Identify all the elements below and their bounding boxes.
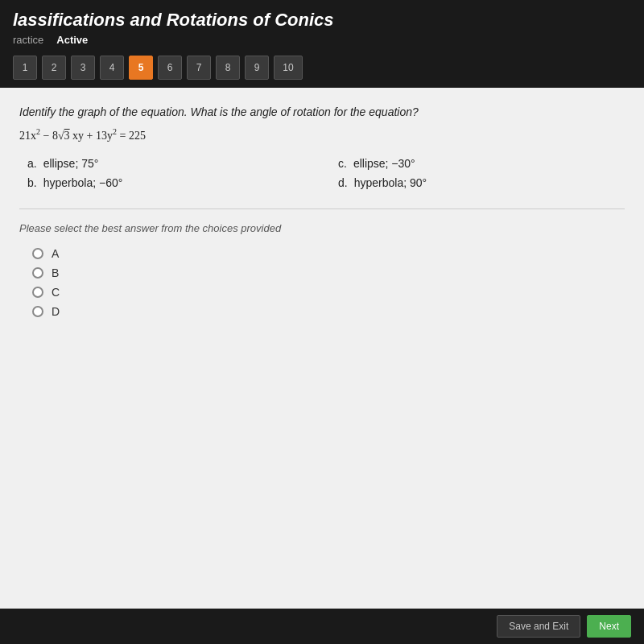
radio-d[interactable] [32,306,43,317]
answer-c: c. ellipse; −30° [338,157,617,170]
answer-b-label: b. [27,176,37,189]
answer-c-label: c. [338,157,347,170]
question-italic: Identify the graph of the equation. What… [19,105,419,118]
title-text: lassifications and Rotations of Conics [13,10,334,30]
radio-b[interactable] [32,267,43,279]
question-navigation: 1 2 3 4 5 6 7 8 9 10 [0,51,644,88]
nav-btn-6[interactable]: 6 [158,56,182,80]
choice-option-a[interactable]: A [32,247,625,260]
choice-option-c[interactable]: C [32,286,625,299]
choice-label-a: A [52,247,59,260]
header-bar: lassifications and Rotations of Conics r… [0,0,644,51]
practice-label: ractice [13,34,43,46]
prompt-text: Identify the graph of the equation. What… [19,105,419,118]
answer-c-text: ellipse; −30° [353,157,415,170]
answer-d-label: d. [338,176,348,189]
content-area: Identify the graph of the equation. What… [0,88,644,609]
answer-b-text: hyperbola; −60° [43,176,123,189]
nav-btn-9[interactable]: 9 [245,56,269,80]
choice-option-d[interactable]: D [32,305,625,318]
choice-label-c: C [52,286,60,299]
nav-btn-8[interactable]: 8 [216,56,240,80]
active-label: Active [56,34,88,46]
header-subtitle: ractice Active [13,34,631,46]
nav-btn-2[interactable]: 2 [42,56,66,80]
answer-a: a. ellipse; 75° [27,157,306,170]
radio-a[interactable] [32,248,43,259]
choice-options: A B C D [19,247,625,318]
question-prompt: Identify the graph of the equation. What… [19,104,625,121]
next-button[interactable]: Next [587,615,631,638]
choice-option-b[interactable]: B [32,266,625,279]
nav-btn-3[interactable]: 3 [71,56,95,80]
equation-display: 21x2 − 8√3 xy + 13y2 = 225 [19,127,625,142]
radio-c[interactable] [32,287,43,298]
select-prompt: Please select the best answer from the c… [19,222,625,234]
choice-label-b: B [52,266,59,279]
divider [19,208,625,209]
answer-d-text: hyperbola; 90° [354,176,427,189]
answer-d: d. hyperbola; 90° [338,176,617,189]
save-exit-button[interactable]: Save and Exit [497,615,580,638]
nav-btn-5[interactable]: 5 [129,56,153,80]
nav-btn-10[interactable]: 10 [274,56,303,80]
choice-label-d: D [52,305,60,318]
nav-btn-7[interactable]: 7 [187,56,211,80]
footer-bar: Save and Exit Next [0,609,644,644]
answers-grid: a. ellipse; 75° c. ellipse; −30° b. hype… [19,157,625,189]
answer-b: b. hyperbola; −60° [27,176,306,189]
nav-btn-4[interactable]: 4 [100,56,124,80]
page-title: lassifications and Rotations of Conics [13,10,631,31]
answer-a-label: a. [27,157,37,170]
nav-btn-1[interactable]: 1 [13,56,37,80]
answer-a-text: ellipse; 75° [43,157,99,170]
